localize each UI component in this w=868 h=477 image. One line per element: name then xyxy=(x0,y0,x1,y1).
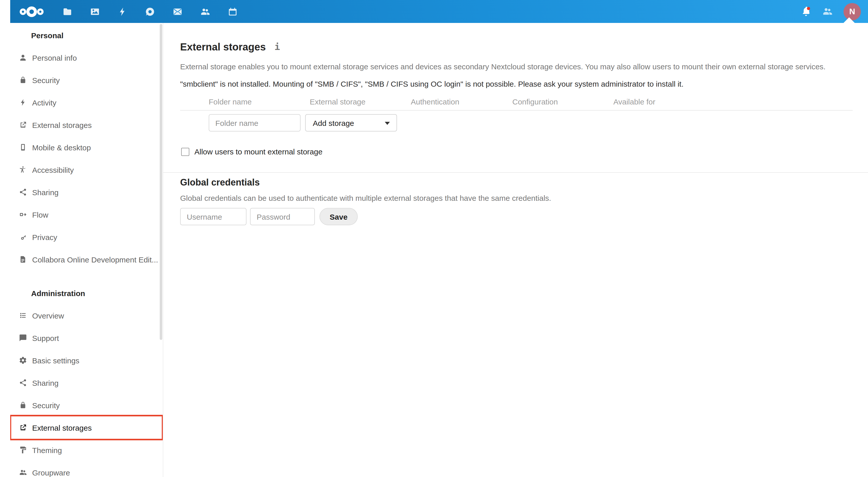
avatar-menu-caret xyxy=(843,17,855,23)
flow-icon xyxy=(19,210,27,218)
share-icon xyxy=(19,188,27,196)
document-icon xyxy=(19,255,27,264)
accessibility-icon xyxy=(19,166,27,174)
gear-icon xyxy=(19,356,27,364)
allow-mount-checkbox[interactable] xyxy=(181,147,189,156)
paint-roller-icon xyxy=(19,446,27,454)
sidebar-item-theming[interactable]: Theming xyxy=(11,439,162,461)
sidebar-item-external-storages-personal[interactable]: External storages xyxy=(11,114,162,136)
app-contacts-button[interactable] xyxy=(200,6,210,16)
app-menu xyxy=(62,6,238,16)
column-folder-name: Folder name xyxy=(209,97,252,106)
people-icon xyxy=(19,468,27,476)
column-authentication: Authentication xyxy=(411,97,459,106)
add-storage-select[interactable]: Add storage xyxy=(305,114,397,132)
app-window: N Personal Personal info Security Activi… xyxy=(0,0,868,477)
lock-icon xyxy=(19,401,27,409)
sidebar-item-privacy[interactable]: Privacy xyxy=(11,226,162,248)
external-storages-panel: External storages i External storage ena… xyxy=(164,23,868,477)
contacts-people-icon xyxy=(200,6,210,16)
app-mail-button[interactable] xyxy=(173,6,183,16)
app-photos-button[interactable] xyxy=(90,6,100,16)
column-external-storage: External storage xyxy=(310,97,365,106)
sidebar-section-administration: Administration xyxy=(10,282,163,304)
sidebar-section-personal: Personal xyxy=(10,24,163,46)
allow-mount-label[interactable]: Allow users to mount external storage xyxy=(194,147,322,156)
lightning-icon xyxy=(19,98,27,106)
lock-icon xyxy=(19,76,27,84)
chevron-down-icon xyxy=(385,122,390,125)
sidebar-item-security-personal[interactable]: Security xyxy=(11,69,162,91)
intro-text: External storage enables you to mount ex… xyxy=(180,61,868,72)
key-icon xyxy=(19,233,27,241)
user-icon xyxy=(19,54,27,62)
storage-table-header: Folder name External storage Authenticat… xyxy=(180,97,853,111)
share-icon xyxy=(19,379,27,387)
nextcloud-logo[interactable] xyxy=(20,6,45,17)
talk-bubble-icon xyxy=(145,6,155,16)
chat-bubble-icon xyxy=(19,334,27,342)
sidebar-item-overview[interactable]: Overview xyxy=(11,304,162,327)
activity-lightning-icon xyxy=(117,6,128,16)
notification-dot xyxy=(807,7,810,10)
sidebar-item-security-admin[interactable]: Security xyxy=(11,394,162,416)
sidebar-item-flow[interactable]: Flow xyxy=(11,203,162,226)
add-storage-label: Add storage xyxy=(313,118,354,127)
global-credentials-section: Global credentials Global credentials ca… xyxy=(180,176,868,225)
app-calendar-button[interactable] xyxy=(227,6,238,16)
sidebar-item-mobile-desktop[interactable]: Mobile & desktop xyxy=(11,136,162,159)
sidebar-item-collabora[interactable]: Collabora Online Development Edit... xyxy=(11,248,162,271)
external-storage-icon xyxy=(19,121,27,129)
password-field[interactable] xyxy=(250,208,315,225)
folder-name-input[interactable] xyxy=(209,114,301,132)
credentials-row: Save xyxy=(180,208,868,225)
smartphone-icon xyxy=(19,143,27,151)
username-field[interactable] xyxy=(180,208,246,225)
new-storage-row: Add storage xyxy=(180,114,868,132)
smbclient-warning-text: "smbclient" is not installed. Mounting o… xyxy=(180,78,868,89)
sidebar-item-accessibility[interactable]: Accessibility xyxy=(11,159,162,181)
external-storage-icon xyxy=(19,423,27,432)
sidebar-item-activity[interactable]: Activity xyxy=(11,91,162,114)
files-folder-icon xyxy=(62,6,72,16)
page-title: External storages xyxy=(180,40,266,54)
app-files-button[interactable] xyxy=(62,6,72,16)
global-credentials-description: Global credentials can be used to authen… xyxy=(180,193,868,203)
info-icon[interactable]: i xyxy=(275,41,280,52)
column-configuration: Configuration xyxy=(512,97,558,106)
sidebar-item-sharing-admin[interactable]: Sharing xyxy=(11,372,162,394)
sidebar-item-personal-info[interactable]: Personal info xyxy=(11,46,162,69)
contacts-menu-icon xyxy=(822,6,833,17)
notifications-bell-icon xyxy=(801,6,811,17)
settings-sidebar: Personal Personal info Security Activity… xyxy=(10,23,163,477)
allow-mount-row: Allow users to mount external storage xyxy=(180,147,868,156)
sidebar-item-sharing-personal[interactable]: Sharing xyxy=(11,181,162,203)
global-credentials-title: Global credentials xyxy=(180,176,868,189)
list-icon xyxy=(19,311,27,319)
app-talk-button[interactable] xyxy=(145,6,155,16)
photos-icon xyxy=(90,6,100,16)
sidebar-item-support[interactable]: Support xyxy=(11,327,162,349)
app-activity-button[interactable] xyxy=(117,6,128,16)
top-bar: N xyxy=(10,0,868,23)
sidebar-item-external-storages-admin[interactable]: External storages xyxy=(11,416,162,439)
section-divider xyxy=(163,172,868,173)
mail-envelope-icon xyxy=(173,6,183,16)
column-available-for: Available for xyxy=(613,97,655,106)
notifications-button[interactable] xyxy=(801,6,811,17)
contacts-menu-button[interactable] xyxy=(822,6,833,17)
sidebar-scrollbar[interactable] xyxy=(160,24,162,340)
save-button[interactable]: Save xyxy=(319,208,358,225)
sidebar-item-basic-settings[interactable]: Basic settings xyxy=(11,349,162,372)
calendar-icon xyxy=(227,6,238,16)
sidebar-item-groupware[interactable]: Groupware xyxy=(11,461,162,477)
